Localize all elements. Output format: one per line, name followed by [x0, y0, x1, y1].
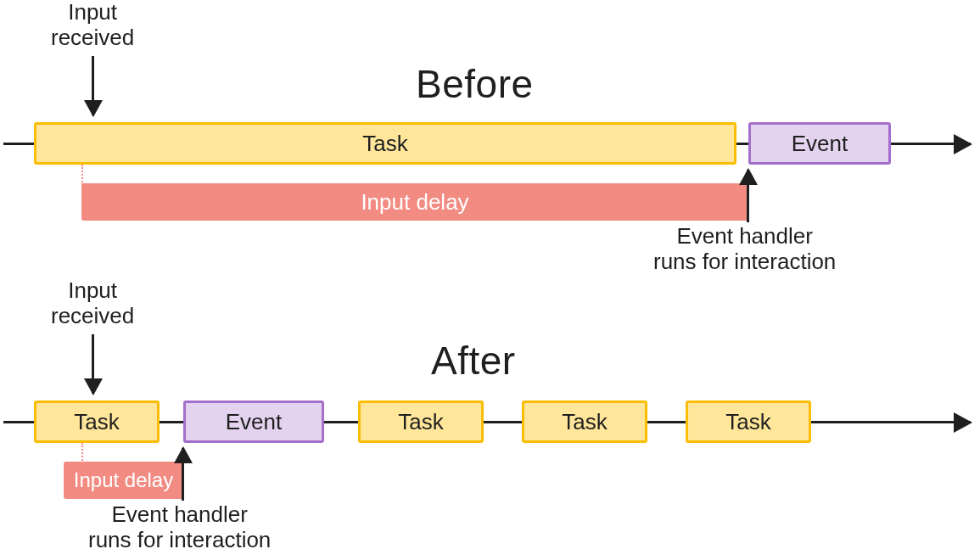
- arrowhead-icon: [954, 412, 972, 433]
- after-task3-text: Task: [562, 409, 607, 435]
- before-delay-text: Input delay: [361, 189, 468, 216]
- before-input-label: Input received: [51, 0, 134, 51]
- after-task2-text: Task: [398, 409, 443, 435]
- before-delay-block: Input delay: [81, 183, 748, 221]
- after-task4-block: Task: [686, 401, 811, 443]
- before-task-text: Task: [362, 131, 407, 157]
- before-input-arrow: [92, 56, 94, 115]
- after-title: After: [431, 338, 516, 384]
- before-handler-arrow: [747, 170, 749, 222]
- arrowhead-icon: [954, 134, 972, 154]
- diagram-canvas: Before Input received Task Event Input d…: [0, 0, 980, 549]
- before-event-text: Event: [792, 131, 848, 157]
- after-delay-block: Input delay: [64, 462, 183, 499]
- before-task-block: Task: [34, 122, 736, 165]
- after-input-arrow: [92, 334, 94, 394]
- after-delay-text: Input delay: [74, 468, 173, 492]
- before-title: Before: [416, 61, 534, 107]
- after-task4-text: Task: [725, 409, 770, 435]
- after-task3-block: Task: [522, 401, 647, 443]
- before-event-block: Event: [748, 122, 891, 165]
- after-event-text: Event: [226, 409, 283, 435]
- after-dotted: [81, 443, 83, 463]
- after-handler-arrow: [182, 448, 184, 501]
- after-handler-label: Event handler runs for interaction: [88, 502, 271, 549]
- after-event-block: Event: [183, 401, 324, 443]
- after-task1-text: Task: [74, 409, 119, 435]
- before-dotted: [81, 165, 83, 185]
- after-input-label: Input received: [51, 278, 134, 329]
- after-task1-block: Task: [34, 401, 160, 443]
- before-handler-label: Event handler runs for interaction: [653, 224, 836, 275]
- after-task2-block: Task: [358, 401, 484, 443]
